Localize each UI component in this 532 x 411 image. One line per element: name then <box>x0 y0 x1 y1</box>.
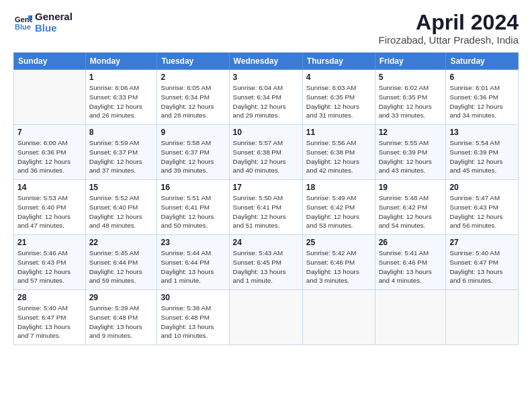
day-info: Sunrise: 6:03 AM Sunset: 6:35 PM Dayligh… <box>306 83 371 120</box>
day-info: Sunrise: 5:41 AM Sunset: 6:46 PM Dayligh… <box>379 248 443 285</box>
day-number: 30 <box>161 293 225 302</box>
day-info: Sunrise: 5:39 AM Sunset: 6:48 PM Dayligh… <box>89 304 154 340</box>
calendar-cell: 2Sunrise: 6:05 AM Sunset: 6:34 PM Daylig… <box>157 70 229 125</box>
calendar-header-row: SundayMondayTuesdayWednesdayThursdayFrid… <box>14 53 519 70</box>
calendar-cell: 21Sunrise: 5:46 AM Sunset: 6:43 PM Dayli… <box>14 235 86 290</box>
day-number: 20 <box>449 183 515 192</box>
day-info: Sunrise: 5:47 AM Sunset: 6:43 PM Dayligh… <box>449 193 515 230</box>
header: General Blue General Blue April 2024 Fir… <box>13 11 519 46</box>
day-number: 14 <box>17 183 82 192</box>
day-info: Sunrise: 5:42 AM Sunset: 6:46 PM Dayligh… <box>306 248 371 285</box>
calendar-week-row: 14Sunrise: 5:53 AM Sunset: 6:40 PM Dayli… <box>14 180 519 235</box>
day-info: Sunrise: 6:06 AM Sunset: 6:33 PM Dayligh… <box>89 83 154 120</box>
day-number: 28 <box>17 293 82 302</box>
calendar-cell: 17Sunrise: 5:50 AM Sunset: 6:41 PM Dayli… <box>229 180 302 235</box>
calendar-cell: 24Sunrise: 5:43 AM Sunset: 6:45 PM Dayli… <box>229 235 302 290</box>
day-number: 10 <box>233 128 299 137</box>
calendar-cell: 29Sunrise: 5:39 AM Sunset: 6:48 PM Dayli… <box>85 290 157 345</box>
day-number: 26 <box>379 238 443 247</box>
day-number: 13 <box>449 128 515 137</box>
day-info: Sunrise: 5:38 AM Sunset: 6:48 PM Dayligh… <box>161 304 225 340</box>
weekday-header: Thursday <box>302 53 375 70</box>
weekday-header: Saturday <box>446 53 519 70</box>
day-info: Sunrise: 5:54 AM Sunset: 6:39 PM Dayligh… <box>449 138 515 175</box>
calendar-cell <box>446 290 519 345</box>
day-number: 15 <box>89 183 154 192</box>
calendar-cell: 3Sunrise: 6:04 AM Sunset: 6:34 PM Daylig… <box>229 70 302 125</box>
day-number: 18 <box>306 183 371 192</box>
calendar-cell: 4Sunrise: 6:03 AM Sunset: 6:35 PM Daylig… <box>302 70 375 125</box>
day-number: 19 <box>379 183 443 192</box>
weekday-header: Wednesday <box>229 53 302 70</box>
page: General Blue General Blue April 2024 Fir… <box>0 0 532 411</box>
calendar-week-row: 21Sunrise: 5:46 AM Sunset: 6:43 PM Dayli… <box>14 235 519 290</box>
weekday-header: Tuesday <box>157 53 229 70</box>
weekday-header: Sunday <box>14 53 86 70</box>
day-info: Sunrise: 5:40 AM Sunset: 6:47 PM Dayligh… <box>17 304 82 340</box>
calendar-cell: 8Sunrise: 5:59 AM Sunset: 6:37 PM Daylig… <box>85 125 157 180</box>
day-number: 5 <box>379 73 443 82</box>
calendar-cell: 18Sunrise: 5:49 AM Sunset: 6:42 PM Dayli… <box>302 180 375 235</box>
calendar-cell: 13Sunrise: 5:54 AM Sunset: 6:39 PM Dayli… <box>446 125 519 180</box>
day-info: Sunrise: 5:43 AM Sunset: 6:45 PM Dayligh… <box>233 248 299 285</box>
day-number: 27 <box>449 238 515 247</box>
day-number: 16 <box>161 183 225 192</box>
day-number: 2 <box>161 73 225 82</box>
day-info: Sunrise: 5:44 AM Sunset: 6:44 PM Dayligh… <box>161 248 225 285</box>
day-info: Sunrise: 5:59 AM Sunset: 6:37 PM Dayligh… <box>89 138 154 175</box>
subtitle: Firozabad, Uttar Pradesh, India <box>379 34 519 46</box>
calendar-week-row: 1Sunrise: 6:06 AM Sunset: 6:33 PM Daylig… <box>14 70 519 125</box>
day-info: Sunrise: 6:05 AM Sunset: 6:34 PM Dayligh… <box>161 83 225 120</box>
calendar-cell: 22Sunrise: 5:45 AM Sunset: 6:44 PM Dayli… <box>85 235 157 290</box>
day-info: Sunrise: 5:57 AM Sunset: 6:38 PM Dayligh… <box>233 138 299 175</box>
calendar-cell: 12Sunrise: 5:55 AM Sunset: 6:39 PM Dayli… <box>375 125 446 180</box>
day-info: Sunrise: 5:46 AM Sunset: 6:43 PM Dayligh… <box>17 248 82 285</box>
day-info: Sunrise: 5:51 AM Sunset: 6:41 PM Dayligh… <box>161 193 225 230</box>
calendar-cell <box>14 70 86 125</box>
weekday-header: Friday <box>375 53 446 70</box>
logo-icon: General Blue <box>13 13 32 32</box>
day-info: Sunrise: 5:40 AM Sunset: 6:47 PM Dayligh… <box>449 248 515 285</box>
calendar-cell: 28Sunrise: 5:40 AM Sunset: 6:47 PM Dayli… <box>14 290 86 345</box>
day-number: 23 <box>161 238 225 247</box>
weekday-header: Monday <box>85 53 157 70</box>
day-number: 4 <box>306 73 371 82</box>
day-info: Sunrise: 5:58 AM Sunset: 6:37 PM Dayligh… <box>161 138 225 175</box>
day-number: 8 <box>89 128 154 137</box>
day-info: Sunrise: 5:56 AM Sunset: 6:38 PM Dayligh… <box>306 138 371 175</box>
calendar-cell: 11Sunrise: 5:56 AM Sunset: 6:38 PM Dayli… <box>302 125 375 180</box>
day-number: 3 <box>233 73 299 82</box>
calendar-cell <box>302 290 375 345</box>
day-info: Sunrise: 6:01 AM Sunset: 6:36 PM Dayligh… <box>449 83 515 120</box>
day-info: Sunrise: 6:00 AM Sunset: 6:36 PM Dayligh… <box>17 138 82 175</box>
calendar-cell: 30Sunrise: 5:38 AM Sunset: 6:48 PM Dayli… <box>157 290 229 345</box>
day-info: Sunrise: 6:04 AM Sunset: 6:34 PM Dayligh… <box>233 83 299 120</box>
day-number: 24 <box>233 238 299 247</box>
logo: General Blue General Blue <box>13 11 73 34</box>
title-area: April 2024 Firozabad, Uttar Pradesh, Ind… <box>379 11 519 46</box>
logo-text: General Blue <box>35 11 73 34</box>
calendar-cell: 14Sunrise: 5:53 AM Sunset: 6:40 PM Dayli… <box>14 180 86 235</box>
calendar-cell: 19Sunrise: 5:48 AM Sunset: 6:42 PM Dayli… <box>375 180 446 235</box>
day-number: 12 <box>379 128 443 137</box>
day-number: 22 <box>89 238 154 247</box>
main-title: April 2024 <box>379 11 519 34</box>
calendar-table: SundayMondayTuesdayWednesdayThursdayFrid… <box>13 52 519 345</box>
day-number: 9 <box>161 128 225 137</box>
day-number: 25 <box>306 238 371 247</box>
calendar-cell: 1Sunrise: 6:06 AM Sunset: 6:33 PM Daylig… <box>85 70 157 125</box>
day-info: Sunrise: 5:53 AM Sunset: 6:40 PM Dayligh… <box>17 193 82 230</box>
day-info: Sunrise: 5:55 AM Sunset: 6:39 PM Dayligh… <box>379 138 443 175</box>
calendar-week-row: 7Sunrise: 6:00 AM Sunset: 6:36 PM Daylig… <box>14 125 519 180</box>
day-number: 17 <box>233 183 299 192</box>
calendar-cell: 27Sunrise: 5:40 AM Sunset: 6:47 PM Dayli… <box>446 235 519 290</box>
calendar-cell: 5Sunrise: 6:02 AM Sunset: 6:35 PM Daylig… <box>375 70 446 125</box>
calendar-cell <box>229 290 302 345</box>
calendar-cell: 9Sunrise: 5:58 AM Sunset: 6:37 PM Daylig… <box>157 125 229 180</box>
day-number: 7 <box>17 128 82 137</box>
day-number: 1 <box>89 73 154 82</box>
day-info: Sunrise: 6:02 AM Sunset: 6:35 PM Dayligh… <box>379 83 443 120</box>
day-info: Sunrise: 5:52 AM Sunset: 6:40 PM Dayligh… <box>89 193 154 230</box>
day-info: Sunrise: 5:50 AM Sunset: 6:41 PM Dayligh… <box>233 193 299 230</box>
calendar-cell <box>375 290 446 345</box>
